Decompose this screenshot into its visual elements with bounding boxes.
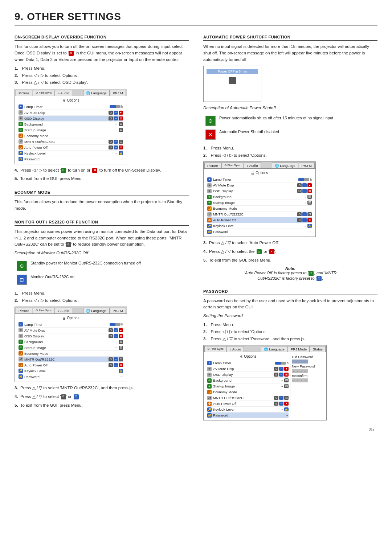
monitor-step3: 3. Press △ / ▽ to select 'MNTR Out/RS232…: [15, 385, 189, 391]
pass-icon2: 🔐: [19, 374, 23, 379]
mntr-btn1b: ↔: [114, 140, 118, 144]
password-reconfirm-row: Reconfirm: [292, 373, 323, 378]
mntr-btn1c: ⊡: [119, 140, 123, 144]
gui-tab-picture3: Picture: [204, 163, 221, 168]
gui-content-autopower: Options ☀ Lamp Timer h ① AV Mute Disp ⊙ …: [204, 169, 315, 237]
osd-btn1a: ⊡: [109, 116, 113, 120]
lamp-icon4: ☀: [207, 361, 212, 365]
password-section: PASSWORD A password can be set by the us…: [203, 289, 377, 421]
osd-step2: 2. Press ◁ / ▷ to select 'Options'.: [15, 72, 189, 79]
monitor-body: This projector consumes power when using…: [15, 229, 189, 248]
startup-btn4: 🖼: [284, 384, 289, 388]
gui-options-title4: Options: [207, 354, 289, 358]
av-btn3a: ⊙: [297, 183, 302, 187]
av-icon3: ①: [207, 183, 212, 188]
mntr-btn2c: ⊡: [119, 357, 123, 361]
bg-icon2: ①: [19, 340, 23, 344]
gui-screenshot-autopower: Picture ⊙ Fine Sync ♪ Audio 🌐 Language P…: [203, 161, 316, 237]
gui-row-bg1: ① Background →🖼: [19, 122, 123, 127]
lamp-icon1: ☀: [19, 104, 23, 109]
gui-row-pass2: 🔐 Password →: [19, 374, 123, 379]
gui-row-osd4: ② OSD Display ⊡ ↔ ⊠: [207, 372, 289, 378]
gui-tabs-autopower: Picture ⊙ Fine Sync ♪ Audio 🌐 Language P…: [204, 162, 315, 169]
gui-tab-picture2: Picture: [16, 308, 32, 313]
gui-tab-prjm4: PRJ Mode: [288, 346, 310, 352]
gui-tab-picture: Picture: [16, 90, 32, 96]
pass-icon3: 🔐: [207, 230, 212, 234]
password-step3: 3. Press △ / ▽ to select 'Password', and…: [203, 336, 377, 342]
mntr-btn1a: ⊙: [109, 140, 113, 144]
gui-tab-lang2: 🌐 Language: [83, 308, 110, 313]
auto-btn3a: ⊙: [297, 218, 302, 222]
gui-tab-lang3: 🌐 Language: [272, 163, 298, 168]
gui-tab-lang4: 🌐 Language: [261, 346, 287, 352]
password-new-value: – – – –: [292, 369, 308, 373]
osd-step5: 5. To exit from the GUI, press Menu.: [15, 176, 189, 182]
osd-btn4b: ↔: [279, 373, 283, 377]
auto-off-icon: ✕: [269, 249, 274, 254]
gui-tab-lang1: 🌐 Language: [83, 90, 110, 96]
monitor-step1: 1. Press Menu.: [15, 290, 189, 296]
gui-row-key1: 🔑 Keylock Level →🔒: [19, 151, 123, 156]
osd-on-icon: ⊡: [61, 168, 66, 173]
auto-btn2c: ✕: [119, 363, 123, 367]
note-mntr-icon: ⊡: [317, 276, 322, 281]
gui-row-economy2: 🌙 Economy Mode: [19, 351, 123, 357]
mntr-btn2b: ↔: [114, 357, 118, 361]
av-btn2c: ●: [119, 328, 123, 332]
bg-btn1: 🖼: [119, 122, 123, 126]
autopower-body: When no input signal is detected for mor…: [203, 44, 377, 63]
gui-row-osd1: ② OSD Display ⊡ ↔ ⊠: [19, 116, 123, 122]
osd-icon1: ②: [19, 116, 23, 120]
key-icon2: 🔑: [19, 369, 23, 373]
av-btn3c: ●: [307, 183, 312, 187]
monitor-step4: 4. Press △ / ▽ to select '⊙' or '⊡'.: [15, 394, 189, 400]
monitor-desc-title: Description of Monitor Out/RS-232C Off: [15, 250, 189, 256]
gui-options-title3: Options: [207, 171, 312, 175]
password-old-dashes: – – – –: [292, 359, 323, 364]
av-btn3: ●: [119, 111, 123, 115]
mntr-icon3: ⎇: [207, 212, 212, 217]
osd-off-icon2: ⊠: [92, 168, 97, 173]
gui-row-lamp1: ☀ Lamp Timer h: [19, 104, 123, 110]
note-auto-icon: ⊙: [309, 271, 314, 276]
pass-icon1: 🔐: [19, 157, 23, 161]
gui-tab-right4: 🌐 Language PRJ Mode Status: [261, 346, 326, 352]
pass-icon4: 🔐: [207, 413, 212, 418]
av-icon4: ①: [207, 367, 212, 371]
auto-icon4: ⏻: [207, 402, 212, 406]
gui-row-auto2: ⏻ Auto Power Off ⊙ ↔ ✕: [19, 362, 123, 368]
gui-row-av1: ① AV Mute Disp ⊙ ↔ ●: [19, 110, 123, 116]
bg-icon3: ①: [207, 195, 212, 199]
gui-tabs-monitor: Picture ⊙ Fine Sync ♪ Audio 🌐 Language P…: [15, 307, 127, 314]
gui-tab-audio2: ♪ Audio: [55, 308, 72, 313]
gui-row-key4: 🔑 Keylock Level →🔒: [207, 407, 289, 412]
page-title: 9. OTHER SETTINGS: [15, 11, 377, 26]
autopower-note: Note: 'Auto Power Off' is factory preset…: [203, 266, 377, 281]
autopower-title: AUTOMATIC POWER SHUTOFF FUNCTION: [203, 35, 377, 41]
gui-row-mntr3: ⎇ MNTR Out/RS232C ⊙ ↔ ⊡: [207, 212, 312, 217]
monitor-desc2-text: Monitor Out/RS-232C on: [29, 273, 188, 286]
mntr-btn4a: ⊙: [274, 396, 278, 400]
gui-tab-audio1: ♪ Audio: [55, 90, 72, 96]
gui-row-pass1: 🔐 Password →: [19, 156, 123, 162]
mntr-btn3c: ⊡: [307, 212, 312, 216]
gui-screenshot-osd: Picture ⊙ Fine Sync ♪ Audio 🌐 Language P…: [15, 89, 127, 164]
av-btn2a: ⊙: [109, 328, 113, 332]
mntr-btn2a: ⊙: [109, 357, 113, 361]
startup-icon3: ②: [207, 201, 212, 205]
gui-screenshot-password: ⊙ Fine Sync ♪ Audio 🌐 Language PRJ Mode …: [203, 345, 327, 420]
gui-tab-status4: Status: [310, 346, 326, 352]
password-new-dashes: – – – –: [292, 369, 323, 373]
osd-btn3b: ↔: [302, 189, 307, 193]
osd-step4: 4. Press ◁ / ▷ to select '⊡' to turn on …: [15, 167, 189, 174]
gui-tab-right3: 🌐 Language PRJ M: [272, 163, 315, 168]
mntr-btn4b: ↔: [279, 396, 283, 400]
av-btn2b: ↔: [114, 328, 118, 332]
auto-btn4a: ⊙: [274, 402, 278, 406]
monitor-desc-table: ⊙ Standby power for Monitor Out/RS-232C …: [15, 259, 189, 287]
monitor-step5: 5. To exit from the GUI, press Menu.: [15, 402, 189, 409]
osd-body: This function allows you to turn off the…: [15, 44, 189, 63]
startup-btn3: 🖼: [307, 201, 312, 205]
autopower-step4: 4. Press △ / ▽ to select the '⊙' or '✕'.: [203, 249, 377, 255]
